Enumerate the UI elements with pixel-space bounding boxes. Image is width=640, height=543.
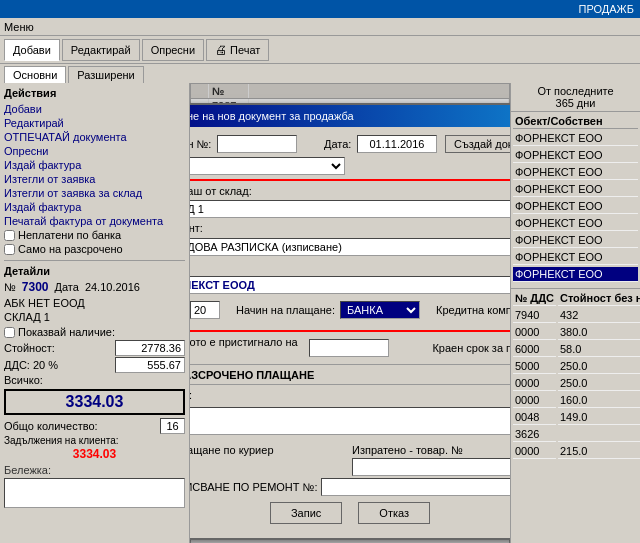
right-panel2: № ДДС Стойност без н 79404320000380.0600… xyxy=(511,288,640,461)
detail-header: № 7300 Дата 24.10.2016 xyxy=(4,280,185,294)
payment-date-label: Платежното е пристигнало на дата: xyxy=(190,336,305,360)
courier-num-input[interactable] xyxy=(352,458,510,476)
action-refresh[interactable]: Опресни xyxy=(4,144,185,158)
checkbox-razsr-label: Само на разсрочено xyxy=(18,243,123,255)
right-days-label: дни xyxy=(577,97,596,109)
date-label: Дата: xyxy=(324,138,353,150)
courier-label: Изпращане по куриер xyxy=(190,444,274,456)
courier-checkbox-row[interactable]: Изпращане по куриер xyxy=(190,443,348,456)
note-textarea[interactable] xyxy=(190,407,510,435)
menu-label: Меню xyxy=(4,21,34,33)
right-list-item[interactable]: ФОРНЕКСТ ЕОО xyxy=(513,148,638,163)
menu-bar: Меню xyxy=(0,18,640,36)
document-select[interactable]: СКЛАДОВА РАЗПИСКА (изписване) xyxy=(190,238,510,256)
cost-val: 2778.36 xyxy=(115,340,185,356)
detail-number: 7300 xyxy=(22,280,49,294)
app-title: ПРОДАЖБ xyxy=(579,3,634,15)
details-title: Детайли xyxy=(4,265,185,277)
right-list-item2[interactable]: 0000250.0 xyxy=(513,376,640,391)
dds-input[interactable] xyxy=(190,301,220,319)
show-available[interactable]: Показвай наличие: xyxy=(4,325,185,339)
center-area: № 7287 7288 7289 7290 7291 7292 7293 729… xyxy=(190,83,510,543)
action-add[interactable]: Добави xyxy=(4,102,185,116)
red-border-section: Изписваш от склад: СКЛАД 1 … Документ: xyxy=(190,179,510,332)
right-list-item[interactable]: ФОРНЕКСТ ЕОО xyxy=(513,131,638,146)
print-button-label: Печат xyxy=(230,44,260,56)
checkbox-unplated-input[interactable] xyxy=(4,230,15,241)
right-list-item[interactable]: ФОРНЕКСТ ЕОО xyxy=(513,233,638,248)
right-list-item2[interactable]: 5000250.0 xyxy=(513,359,640,374)
warehouse-select-row: СКЛАД 1 … xyxy=(190,200,510,218)
installment-checkbox-row[interactable]: С РАЗСРОЧЕНО ПЛАЩАНЕ xyxy=(190,368,510,381)
checkbox-razsr-input[interactable] xyxy=(4,244,15,255)
refresh-button[interactable]: Опресни xyxy=(142,39,204,61)
action-print-doc[interactable]: ОТПЕЧАТАЙ документа xyxy=(4,130,185,144)
note-row: Бележка: xyxy=(190,389,510,401)
right-list-item2[interactable]: 0000160.0 xyxy=(513,393,640,408)
save-button[interactable]: Запис xyxy=(270,502,342,524)
refresh-button-label: Опресни xyxy=(151,44,195,56)
payment-date-input[interactable] xyxy=(309,339,389,357)
edit-button[interactable]: Редактирай xyxy=(62,39,140,61)
action-print-invoice[interactable]: Печатай фактура от документа xyxy=(4,214,185,228)
installment-section: С РАЗСРОЧЕНО ПЛАЩАНЕ xyxy=(190,364,510,385)
note-area[interactable] xyxy=(4,478,185,508)
action-issue-invoice[interactable]: Издай фактура xyxy=(4,158,185,172)
right-list-item[interactable]: ФОРНЕКСТ ЕОО xyxy=(513,199,638,214)
right-list-item[interactable]: ФОРНЕКСТ ЕОО xyxy=(513,216,638,231)
right-list-item[interactable]: ФОРНЕКСТ ЕОО xyxy=(513,250,638,265)
qty-val: 16 xyxy=(160,418,185,434)
checkbox-razsr[interactable]: Само на разсрочено xyxy=(4,242,185,256)
payment-select[interactable]: БАНКА xyxy=(340,301,420,319)
right-list-item2[interactable]: 0000215.0 xyxy=(513,444,640,459)
right-table2: № ДДС Стойност без н 79404320000380.0600… xyxy=(511,289,640,461)
print-icon: 🖨 xyxy=(215,43,227,57)
unique-date-row: Уникален №: Дата: Създай документ: xyxy=(190,135,510,153)
action-fetch-order-warehouse[interactable]: Изтегли от заявка за склад xyxy=(4,186,185,200)
tab-bar: Основни Разширени xyxy=(0,64,640,83)
right-list-item2[interactable]: 0048149.0 xyxy=(513,410,640,425)
right-list-item2[interactable]: 3626 xyxy=(513,427,640,442)
actions-title: Действия xyxy=(4,87,185,99)
unknown-select[interactable] xyxy=(190,157,345,175)
show-available-input[interactable] xyxy=(4,327,15,338)
right-list-item2[interactable]: 7940432 xyxy=(513,308,640,323)
print-button[interactable]: 🖨 Печат xyxy=(206,39,269,61)
right-list-item[interactable]: ФОРНЕКСТ ЕОО xyxy=(513,267,638,282)
cancel-button[interactable]: Отказ xyxy=(358,502,430,524)
action-issue-invoice2[interactable]: Издай фактура xyxy=(4,200,185,214)
remont-select[interactable] xyxy=(321,478,510,496)
show-available-label: Показвай наличие: xyxy=(18,326,115,338)
cost-label: Стойност: xyxy=(4,342,55,354)
add-button[interactable]: Добави xyxy=(4,39,60,61)
tab-osnovni[interactable]: Основни xyxy=(4,66,66,83)
dds-payment-row: ДДС % Начин на плащане: БАНКА Кредитна к… xyxy=(190,298,510,322)
action-fetch-order[interactable]: Изтегли от заявка xyxy=(4,172,185,186)
right-list-item[interactable]: ФОРНЕКСТ ЕОО xyxy=(513,182,638,197)
tab-razshireni[interactable]: Разширени xyxy=(68,66,143,83)
date-input[interactable] xyxy=(357,135,437,153)
right-list-item2[interactable]: 600058.0 xyxy=(513,342,640,357)
detail-date-label: Дата xyxy=(55,281,79,293)
edit-button-label: Редактирай xyxy=(71,44,131,56)
create-document-modal: Създаване на нов документ за продажба ✕ … xyxy=(190,103,510,540)
warehouse-select[interactable]: СКЛАД 1 xyxy=(190,200,510,218)
modal-body: Уникален №: Дата: Създай документ: xyxy=(190,127,510,538)
unique-input[interactable] xyxy=(217,135,297,153)
col-dds: № ДДС xyxy=(513,291,556,306)
right-panel: От последните 365 дни Обект/Собствен ФОР… xyxy=(510,83,640,543)
col-val: Стойност без н xyxy=(558,291,640,306)
note-label: Бележка: xyxy=(190,389,192,401)
courier-section: Изпращане по куриер xyxy=(190,443,348,476)
client-select[interactable]: ФОРНЕКСТ ЕООД xyxy=(190,276,510,294)
add-button-label: Добави xyxy=(13,44,51,56)
right-list-item2[interactable]: 0000380.0 xyxy=(513,325,640,340)
deadline-label: Краен срок за плащане: xyxy=(432,342,510,354)
create-doc-button[interactable]: Създай документ: xyxy=(445,135,510,153)
right-header-text: От последните xyxy=(537,85,613,97)
dds-label: ДДС: 20 % xyxy=(4,359,58,371)
checkbox-unplated[interactable]: Неплатени по банка xyxy=(4,228,185,242)
right-list-item[interactable]: ФОРНЕКСТ ЕОО xyxy=(513,165,638,180)
debt-label: Задължения на клиента: xyxy=(4,435,119,446)
action-edit[interactable]: Редактирай xyxy=(4,116,185,130)
